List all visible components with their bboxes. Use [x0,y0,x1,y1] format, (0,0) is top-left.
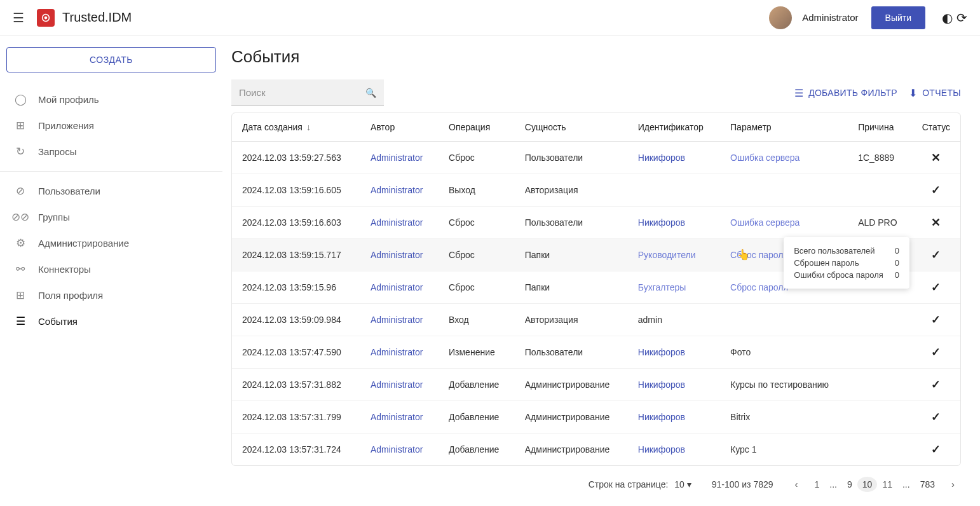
nav-item[interactable]: ↻Запросы [6,139,216,165]
author-link[interactable]: Administrator [371,444,423,455]
col-status[interactable]: Статус [912,113,960,142]
col-reason[interactable]: Причина [848,113,912,142]
nav-item[interactable]: ⚯Коннекторы [6,256,216,282]
search-box[interactable]: 🔍 [231,79,384,106]
col-identifier[interactable]: Идентификатор [628,113,720,142]
parameter-link[interactable]: Сброс пароля [730,282,788,292]
parameter-link[interactable]: Сброс пароля [730,250,788,260]
nav-events[interactable]: ☰ События [6,308,216,334]
nav-item-label: Поля профиля [38,290,103,301]
check-icon: ✓ [931,346,941,359]
page-number[interactable]: 9 [842,477,857,492]
nav-item[interactable]: ⊞Приложения [6,113,216,139]
author-link[interactable]: Administrator [371,412,423,422]
author-link[interactable]: Administrator [371,380,423,390]
check-icon: ✓ [931,184,941,196]
table-row[interactable]: 2024.12.03 13:59:16.605AdministratorВыхо… [232,174,960,207]
tooltip-popup: Всего пользователей0Сброшен пароль0Ошибк… [784,237,909,289]
table-row[interactable]: 2024.12.03 13:59:09.984AdministratorВход… [232,304,960,336]
close-icon: ✕ [931,216,941,229]
identifier-link[interactable]: Руководители [638,250,696,260]
cell-entity: Администрирование [525,412,610,422]
nav-item-label: Коннекторы [38,264,91,275]
cell-date: 2024.12.03 13:59:15.717 [242,250,341,260]
menu-icon[interactable]: ☰ [13,10,24,25]
identifier-link[interactable]: Никифоров [638,412,685,422]
cell-entity: Пользователи [525,153,583,163]
col-entity[interactable]: Сущность [515,113,628,142]
identifier-link[interactable]: Никифоров [638,444,685,455]
create-button[interactable]: СОЗДАТЬ [6,47,216,72]
col-author[interactable]: Автор [360,113,439,142]
cell-reason: ALD PRO [858,217,897,228]
page-number[interactable]: 10 [857,477,878,492]
col-parameter[interactable]: Параметр [720,113,848,142]
page-number[interactable]: 783 [915,477,940,492]
author-link[interactable]: Administrator [371,347,423,357]
tooltip-label: Ошибки сброса пароля [794,270,883,280]
cell-date: 2024.12.03 13:59:15.96 [242,282,336,292]
cell-date: 2024.12.03 13:57:31.799 [242,412,341,422]
parameter-link[interactable]: Ошибка сервера [730,217,800,228]
author-link[interactable]: Administrator [371,217,423,228]
page-prev[interactable]: ‹ [791,476,802,492]
nav-item-label: Администрирование [38,238,129,249]
nav-item[interactable]: ⊘⊘Группы [6,204,216,230]
col-date[interactable]: Дата создания↓ [232,113,360,142]
parameter-link[interactable]: Ошибка сервера [730,153,800,163]
author-link[interactable]: Administrator [371,282,423,292]
current-user: Administrator [802,12,858,23]
nav-item[interactable]: ◯Мой профиль [6,86,216,113]
tooltip-row: Всего пользователей0 [794,245,899,257]
page-range: 91-100 из 7829 [712,479,773,489]
page-size-select[interactable]: 10 ▾ [672,478,693,491]
author-link[interactable]: Administrator [371,250,423,260]
link-icon: ⚯ [13,263,28,276]
parameter-link: Курс 1 [730,444,756,455]
author-link[interactable]: Administrator [371,185,423,195]
identifier-link[interactable]: Никифоров [638,153,685,163]
cell-entity: Папки [525,250,550,260]
table-row[interactable]: 2024.12.03 13:59:16.603AdministratorСбро… [232,207,960,239]
author-link[interactable]: Administrator [371,315,423,325]
identifier-link[interactable]: Никифоров [638,217,685,228]
table-row[interactable]: 2024.12.03 13:59:27.563AdministratorСбро… [232,142,960,174]
tooltip-value: 0 [895,258,899,268]
search-input[interactable] [239,87,365,98]
search-icon[interactable]: 🔍 [365,88,376,98]
avatar[interactable] [769,6,792,29]
cell-entity: Пользователи [525,347,583,357]
tooltip-value: 0 [895,246,899,256]
page-ellipsis: ... [824,477,842,492]
cell-op: Добавление [449,412,499,422]
identifier-link[interactable]: Никифоров [638,347,685,357]
nav-item[interactable]: ⚙Администрирование [6,230,216,256]
refresh-icon[interactable]: ⟳ [956,10,967,25]
col-operation[interactable]: Операция [439,113,515,142]
identifier-link[interactable]: Бухгалтеры [638,282,686,292]
table-row[interactable]: 2024.12.03 13:57:47.590AdministratorИзме… [232,336,960,369]
parameter-link: Курсы по тестированию [730,380,829,390]
page-next[interactable]: › [948,476,958,492]
theme-toggle-icon[interactable]: ◐ [942,10,953,25]
identifier-link[interactable]: Никифоров [638,380,685,390]
page-number[interactable]: 11 [877,477,897,492]
nav-item-label: События [38,316,78,327]
table-row[interactable]: 2024.12.03 13:57:31.724AdministratorДоба… [232,434,960,466]
tooltip-value: 0 [895,270,899,280]
table-row[interactable]: 2024.12.03 13:57:31.882AdministratorДоба… [232,369,960,401]
page-number[interactable]: 1 [810,477,825,492]
cell-entity: Авторизация [525,315,578,325]
add-filter-button[interactable]: ☰ ДОБАВИТЬ ФИЛЬТР [794,87,897,99]
check-icon: ✓ [931,281,941,294]
profilefields-icon: ⊞ [13,289,28,302]
cell-entity: Авторизация [525,185,578,195]
people-icon: ⊘⊘ [13,210,28,224]
check-icon: ✓ [931,411,941,423]
nav-item[interactable]: ⊘Пользователи [6,178,216,204]
nav-item[interactable]: ⊞Поля профиля [6,282,216,308]
table-row[interactable]: 2024.12.03 13:57:31.799AdministratorДоба… [232,401,960,434]
author-link[interactable]: Administrator [371,153,423,163]
reports-button[interactable]: ⬇ ОТЧЕТЫ [909,87,961,99]
logout-button[interactable]: Выйти [871,6,925,29]
